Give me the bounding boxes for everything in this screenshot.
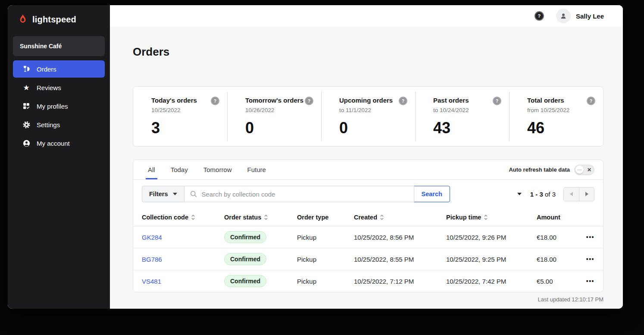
- pagination-total: of 3: [545, 191, 556, 198]
- stat-past-orders: Past orders ? to 10/24/2022 43: [415, 87, 509, 146]
- avatar: [556, 9, 571, 23]
- search-input[interactable]: [184, 186, 414, 202]
- status-badge: Confirmed: [224, 253, 266, 265]
- pickup-time-cell: 10/25/2022, 9:26 PM: [446, 234, 537, 241]
- stat-value: 43: [433, 119, 501, 137]
- sidebar-item-label: My account: [37, 140, 70, 147]
- stat-tomorrows-orders: Tomorrow's orders ? 10/26/2022 0: [227, 87, 321, 146]
- table-header: Collection code Order status Order type: [133, 208, 603, 226]
- stat-sublabel: to 11/1/2022: [339, 107, 407, 113]
- user-name: Sally Lee: [576, 13, 604, 20]
- help-icon[interactable]: ?: [399, 97, 407, 105]
- lightspeed-logo: lightspeed: [8, 5, 110, 32]
- sort-icon[interactable]: [484, 215, 488, 220]
- stat-todays-orders: Today's orders ? 10/25/2022 3: [133, 87, 227, 146]
- stat-label: Tomorrow's orders: [245, 97, 303, 104]
- collection-code-link[interactable]: VS481: [142, 278, 224, 285]
- column-pickup-time[interactable]: Pickup time: [446, 214, 537, 221]
- created-cell: 10/25/2022, 8:55 PM: [354, 256, 446, 263]
- tab-future[interactable]: Future: [241, 160, 272, 179]
- filter-row: Filters Search 1 - 3 of: [133, 180, 603, 208]
- stat-value: 0: [339, 119, 407, 137]
- search-button[interactable]: Search: [414, 186, 450, 202]
- pagination-range-numbers: 1 - 3: [530, 191, 543, 198]
- tab-all[interactable]: All: [142, 160, 161, 179]
- column-label: Created: [354, 214, 377, 221]
- collection-code-link[interactable]: BG786: [142, 256, 224, 263]
- arrow-left-icon: [570, 192, 573, 196]
- toggle-off-x-icon: ✕: [587, 167, 591, 172]
- column-collection-code[interactable]: Collection code: [142, 214, 224, 221]
- sort-icon[interactable]: [264, 215, 268, 220]
- help-icon[interactable]: ?: [535, 11, 544, 21]
- app-window: lightspeed Sunshine Café Orders ★ Review…: [8, 5, 623, 309]
- help-icon[interactable]: ?: [305, 97, 313, 105]
- user-menu[interactable]: Sally Lee: [556, 9, 604, 23]
- page-size-caret-icon[interactable]: [517, 193, 522, 195]
- table-row: BG786 Confirmed Pickup 10/25/2022, 8:55 …: [133, 248, 603, 270]
- auto-refresh-control: Auto refresh table data ✕: [509, 165, 594, 175]
- collection-code-link[interactable]: GK284: [142, 234, 224, 241]
- created-cell: 10/25/2022, 7:12 PM: [354, 278, 446, 285]
- stat-label: Upcoming orders: [339, 97, 393, 104]
- status-badge: Confirmed: [224, 231, 266, 243]
- tab-tomorrow[interactable]: Tomorrow: [197, 160, 238, 179]
- pickup-time-cell: 10/25/2022, 9:25 PM: [446, 256, 537, 263]
- sort-icon[interactable]: [191, 215, 195, 220]
- help-icon[interactable]: ?: [493, 97, 501, 105]
- stat-value: 3: [151, 119, 219, 137]
- search-field-wrap: [184, 186, 414, 202]
- amount-cell: €5.00: [537, 278, 573, 285]
- column-label: Pickup time: [446, 214, 481, 221]
- table-row: GK284 Confirmed Pickup 10/25/2022, 8:56 …: [133, 226, 603, 248]
- sidebar-item-settings[interactable]: Settings: [13, 116, 105, 133]
- sidebar-item-label: My profiles: [37, 103, 68, 110]
- profiles-icon: [22, 102, 30, 110]
- sort-icon[interactable]: [380, 215, 384, 220]
- filters-button[interactable]: Filters: [142, 186, 184, 202]
- settings-icon: [22, 121, 30, 128]
- column-label: Order type: [297, 214, 328, 221]
- sidebar: lightspeed Sunshine Café Orders ★ Review…: [8, 5, 110, 309]
- tab-today[interactable]: Today: [165, 160, 194, 179]
- page-title: Orders: [133, 45, 603, 59]
- order-type-cell: Pickup: [297, 256, 354, 263]
- search-icon: [190, 190, 197, 198]
- pickup-time-cell: 10/25/2022, 7:42 PM: [446, 278, 537, 285]
- sidebar-item-label: Orders: [37, 66, 56, 73]
- stat-label: Today's orders: [151, 97, 197, 104]
- amount-cell: €18.00: [537, 256, 573, 263]
- logo-wordmark: lightspeed: [32, 15, 76, 25]
- sidebar-item-my-profiles[interactable]: My profiles: [13, 97, 105, 115]
- pagination: 1 - 3 of 3: [517, 187, 594, 201]
- help-icon[interactable]: ?: [211, 97, 219, 105]
- column-label: Collection code: [142, 214, 188, 221]
- stat-sublabel: from 10/25/2022: [527, 107, 595, 113]
- stat-sublabel: to 10/24/2022: [433, 107, 501, 113]
- auto-refresh-toggle[interactable]: ✕: [574, 165, 594, 175]
- business-name[interactable]: Sunshine Café: [13, 36, 105, 56]
- sidebar-item-orders[interactable]: Orders: [13, 60, 105, 78]
- pager-buttons: [563, 187, 594, 201]
- row-actions-menu[interactable]: •••: [573, 278, 594, 285]
- orders-icon: [22, 65, 30, 73]
- prev-page-button[interactable]: [564, 188, 579, 201]
- lightspeed-flame-icon: [17, 14, 28, 25]
- sidebar-item-reviews[interactable]: ★ Reviews: [13, 79, 105, 96]
- stat-sublabel: 10/26/2022: [245, 107, 313, 113]
- stat-upcoming-orders: Upcoming orders ? to 11/1/2022 0: [321, 87, 415, 146]
- sidebar-item-label: Reviews: [37, 84, 61, 91]
- next-page-button[interactable]: [579, 188, 594, 201]
- stat-value: 46: [527, 119, 595, 137]
- row-actions-menu[interactable]: •••: [573, 234, 594, 241]
- arrow-right-icon: [585, 192, 588, 196]
- column-order-type: Order type: [297, 214, 354, 221]
- created-cell: 10/25/2022, 8:56 PM: [354, 234, 446, 241]
- column-created[interactable]: Created: [354, 214, 446, 221]
- column-order-status[interactable]: Order status: [224, 214, 297, 221]
- main-area: ? Sally Lee Orders Today's orders ?: [110, 5, 623, 309]
- sidebar-item-my-account[interactable]: My account: [13, 135, 105, 152]
- reviews-icon: ★: [22, 84, 30, 91]
- row-actions-menu[interactable]: •••: [573, 256, 594, 263]
- help-icon[interactable]: ?: [587, 97, 595, 105]
